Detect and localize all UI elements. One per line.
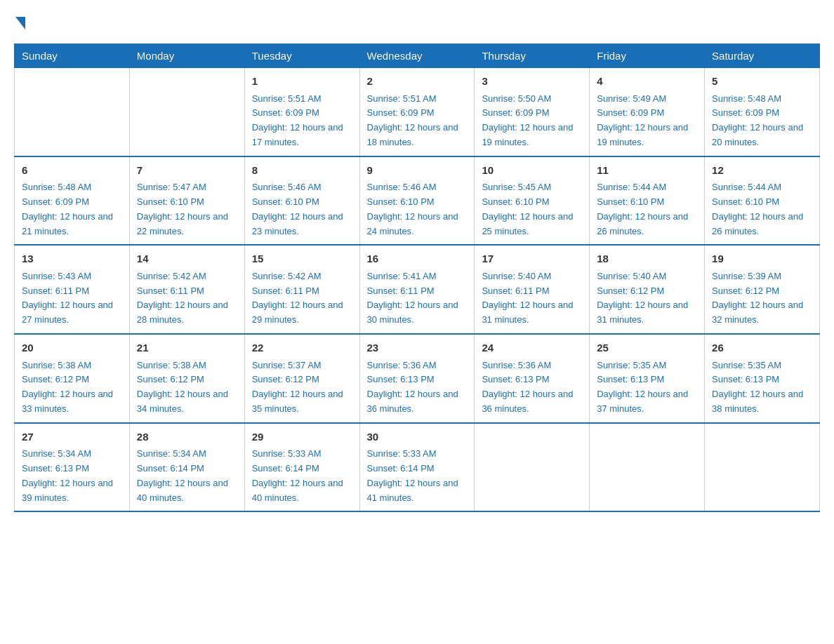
calendar-cell: 12Sunrise: 5:44 AMSunset: 6:10 PMDayligh… xyxy=(705,156,820,246)
day-info: Sunrise: 5:38 AMSunset: 6:12 PMDaylight:… xyxy=(137,358,237,417)
day-info: Sunrise: 5:34 AMSunset: 6:13 PMDaylight:… xyxy=(22,447,122,505)
calendar-cell: 18Sunrise: 5:40 AMSunset: 6:12 PMDayligh… xyxy=(590,245,705,334)
calendar-cell: 20Sunrise: 5:38 AMSunset: 6:12 PMDayligh… xyxy=(15,334,130,423)
calendar-week-row: 20Sunrise: 5:38 AMSunset: 6:12 PMDayligh… xyxy=(15,334,820,423)
day-info: Sunrise: 5:35 AMSunset: 6:13 PMDaylight:… xyxy=(712,358,812,417)
day-number: 19 xyxy=(712,251,812,267)
day-number: 29 xyxy=(252,429,352,445)
day-info: Sunrise: 5:50 AMSunset: 6:09 PMDaylight:… xyxy=(482,92,582,150)
day-info: Sunrise: 5:33 AMSunset: 6:14 PMDaylight:… xyxy=(367,447,468,505)
calendar-cell: 9Sunrise: 5:46 AMSunset: 6:10 PMDaylight… xyxy=(359,156,475,246)
day-info: Sunrise: 5:34 AMSunset: 6:14 PMDaylight:… xyxy=(137,447,237,505)
day-number: 5 xyxy=(712,74,812,90)
day-number: 18 xyxy=(597,251,697,267)
day-number: 30 xyxy=(367,429,468,445)
calendar-cell: 3Sunrise: 5:50 AMSunset: 6:09 PMDaylight… xyxy=(475,68,590,156)
day-number: 26 xyxy=(712,340,812,356)
calendar-cell xyxy=(15,68,130,156)
day-info: Sunrise: 5:46 AMSunset: 6:10 PMDaylight:… xyxy=(367,180,468,239)
day-number: 7 xyxy=(137,163,237,179)
day-info: Sunrise: 5:40 AMSunset: 6:11 PMDaylight:… xyxy=(482,269,582,328)
calendar-cell: 16Sunrise: 5:41 AMSunset: 6:11 PMDayligh… xyxy=(359,245,475,334)
page-header xyxy=(14,14,820,29)
day-number: 2 xyxy=(367,74,468,90)
day-number: 15 xyxy=(252,251,352,267)
day-number: 1 xyxy=(252,74,352,90)
calendar-cell: 27Sunrise: 5:34 AMSunset: 6:13 PMDayligh… xyxy=(15,423,130,512)
calendar-header-wednesday: Wednesday xyxy=(359,44,475,68)
calendar-header-tuesday: Tuesday xyxy=(244,44,359,68)
day-number: 13 xyxy=(22,251,122,267)
calendar-week-row: 6Sunrise: 5:48 AMSunset: 6:09 PMDaylight… xyxy=(15,156,820,246)
logo xyxy=(14,14,25,29)
calendar-cell: 29Sunrise: 5:33 AMSunset: 6:14 PMDayligh… xyxy=(244,423,359,512)
day-number: 23 xyxy=(367,340,468,356)
day-info: Sunrise: 5:41 AMSunset: 6:11 PMDaylight:… xyxy=(367,269,468,328)
calendar-cell: 14Sunrise: 5:42 AMSunset: 6:11 PMDayligh… xyxy=(129,245,244,334)
day-info: Sunrise: 5:36 AMSunset: 6:13 PMDaylight:… xyxy=(367,358,468,417)
calendar-table: SundayMondayTuesdayWednesdayThursdayFrid… xyxy=(14,43,820,512)
calendar-header-thursday: Thursday xyxy=(475,44,590,68)
day-info: Sunrise: 5:39 AMSunset: 6:12 PMDaylight:… xyxy=(712,269,812,328)
day-number: 8 xyxy=(252,163,352,179)
calendar-cell: 30Sunrise: 5:33 AMSunset: 6:14 PMDayligh… xyxy=(359,423,475,512)
calendar-header-friday: Friday xyxy=(590,44,705,68)
calendar-cell: 4Sunrise: 5:49 AMSunset: 6:09 PMDaylight… xyxy=(590,68,705,156)
calendar-cell: 13Sunrise: 5:43 AMSunset: 6:11 PMDayligh… xyxy=(15,245,130,334)
calendar-cell: 23Sunrise: 5:36 AMSunset: 6:13 PMDayligh… xyxy=(359,334,475,423)
day-info: Sunrise: 5:43 AMSunset: 6:11 PMDaylight:… xyxy=(22,269,122,328)
day-info: Sunrise: 5:37 AMSunset: 6:12 PMDaylight:… xyxy=(252,358,352,417)
calendar-cell xyxy=(129,68,244,156)
logo-triangle-icon xyxy=(15,17,25,29)
day-info: Sunrise: 5:42 AMSunset: 6:11 PMDaylight:… xyxy=(137,269,237,328)
calendar-cell: 10Sunrise: 5:45 AMSunset: 6:10 PMDayligh… xyxy=(475,156,590,246)
calendar-cell: 26Sunrise: 5:35 AMSunset: 6:13 PMDayligh… xyxy=(705,334,820,423)
day-number: 12 xyxy=(712,163,812,179)
calendar-week-row: 1Sunrise: 5:51 AMSunset: 6:09 PMDaylight… xyxy=(15,68,820,156)
calendar-week-row: 13Sunrise: 5:43 AMSunset: 6:11 PMDayligh… xyxy=(15,245,820,334)
day-info: Sunrise: 5:51 AMSunset: 6:09 PMDaylight:… xyxy=(252,92,352,150)
calendar-cell: 25Sunrise: 5:35 AMSunset: 6:13 PMDayligh… xyxy=(590,334,705,423)
calendar-cell: 6Sunrise: 5:48 AMSunset: 6:09 PMDaylight… xyxy=(15,156,130,246)
day-number: 20 xyxy=(22,340,122,356)
calendar-week-row: 27Sunrise: 5:34 AMSunset: 6:13 PMDayligh… xyxy=(15,423,820,512)
day-info: Sunrise: 5:33 AMSunset: 6:14 PMDaylight:… xyxy=(252,447,352,505)
day-info: Sunrise: 5:49 AMSunset: 6:09 PMDaylight:… xyxy=(597,92,697,150)
day-info: Sunrise: 5:38 AMSunset: 6:12 PMDaylight:… xyxy=(22,358,122,417)
day-number: 24 xyxy=(482,340,582,356)
day-info: Sunrise: 5:48 AMSunset: 6:09 PMDaylight:… xyxy=(712,92,812,150)
day-number: 4 xyxy=(597,74,697,90)
day-info: Sunrise: 5:48 AMSunset: 6:09 PMDaylight:… xyxy=(22,180,122,239)
calendar-cell: 22Sunrise: 5:37 AMSunset: 6:12 PMDayligh… xyxy=(244,334,359,423)
day-info: Sunrise: 5:42 AMSunset: 6:11 PMDaylight:… xyxy=(252,269,352,328)
calendar-cell: 17Sunrise: 5:40 AMSunset: 6:11 PMDayligh… xyxy=(475,245,590,334)
day-number: 11 xyxy=(597,163,697,179)
calendar-cell: 7Sunrise: 5:47 AMSunset: 6:10 PMDaylight… xyxy=(129,156,244,246)
calendar-cell: 2Sunrise: 5:51 AMSunset: 6:09 PMDaylight… xyxy=(359,68,475,156)
day-number: 3 xyxy=(482,74,582,90)
day-info: Sunrise: 5:44 AMSunset: 6:10 PMDaylight:… xyxy=(597,180,697,239)
day-number: 25 xyxy=(597,340,697,356)
day-number: 27 xyxy=(22,429,122,445)
day-number: 16 xyxy=(367,251,468,267)
day-number: 28 xyxy=(137,429,237,445)
day-info: Sunrise: 5:46 AMSunset: 6:10 PMDaylight:… xyxy=(252,180,352,239)
calendar-cell: 15Sunrise: 5:42 AMSunset: 6:11 PMDayligh… xyxy=(244,245,359,334)
day-number: 14 xyxy=(137,251,237,267)
calendar-cell: 8Sunrise: 5:46 AMSunset: 6:10 PMDaylight… xyxy=(244,156,359,246)
day-number: 17 xyxy=(482,251,582,267)
day-info: Sunrise: 5:35 AMSunset: 6:13 PMDaylight:… xyxy=(597,358,697,417)
calendar-header-saturday: Saturday xyxy=(705,44,820,68)
day-info: Sunrise: 5:45 AMSunset: 6:10 PMDaylight:… xyxy=(482,180,582,239)
day-info: Sunrise: 5:51 AMSunset: 6:09 PMDaylight:… xyxy=(367,92,468,150)
day-number: 22 xyxy=(252,340,352,356)
calendar-cell: 19Sunrise: 5:39 AMSunset: 6:12 PMDayligh… xyxy=(705,245,820,334)
calendar-cell: 28Sunrise: 5:34 AMSunset: 6:14 PMDayligh… xyxy=(129,423,244,512)
calendar-cell: 5Sunrise: 5:48 AMSunset: 6:09 PMDaylight… xyxy=(705,68,820,156)
calendar-cell xyxy=(475,423,590,512)
calendar-cell: 24Sunrise: 5:36 AMSunset: 6:13 PMDayligh… xyxy=(475,334,590,423)
calendar-header-row: SundayMondayTuesdayWednesdayThursdayFrid… xyxy=(15,44,820,68)
day-number: 10 xyxy=(482,163,582,179)
day-info: Sunrise: 5:40 AMSunset: 6:12 PMDaylight:… xyxy=(597,269,697,328)
calendar-cell xyxy=(705,423,820,512)
